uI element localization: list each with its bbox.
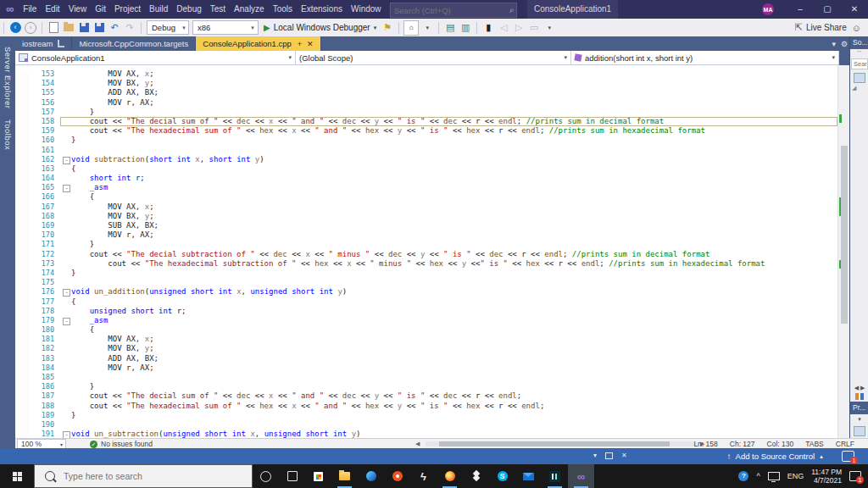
open-folder-icon[interactable] (62, 21, 75, 35)
redo-icon[interactable]: ↷ (123, 21, 136, 35)
outlining-margin[interactable] (60, 354, 71, 363)
panel-window-buttons[interactable]: '' (850, 49, 868, 57)
breakpoint-margin[interactable] (15, 221, 29, 230)
taskbar-edge-icon[interactable] (358, 464, 384, 488)
start-button[interactable] (0, 464, 34, 488)
menu-edit[interactable]: Edit (41, 0, 64, 19)
breakpoint-margin[interactable] (15, 373, 29, 382)
collapse-icon[interactable]: - (63, 289, 70, 297)
navigate-back-icon[interactable]: ‹ (8, 21, 22, 35)
solution-search-box[interactable] (851, 58, 868, 69)
pin-icon[interactable] (58, 40, 64, 47)
breakpoint-margin[interactable] (15, 79, 29, 88)
outlining-margin[interactable] (60, 307, 71, 316)
code-text[interactable]: void un_subtraction(unsigned short int x… (71, 430, 360, 438)
outlining-margin[interactable] (60, 126, 71, 136)
menu-file[interactable]: File (19, 0, 41, 19)
outlining-margin[interactable]: - (60, 183, 71, 192)
solution-explorer-icon[interactable]: ⌂ (403, 20, 419, 36)
attach-icon[interactable]: ⚑ (381, 21, 394, 35)
panel-tab-icons[interactable] (850, 393, 868, 400)
tab-iostream[interactable]: iostream (15, 36, 72, 51)
breakpoint-margin[interactable] (15, 108, 29, 117)
outlining-margin[interactable] (60, 69, 71, 79)
breakpoint-margin[interactable] (15, 69, 29, 79)
code-text[interactable]: unsigned short int r; (71, 307, 186, 316)
outlining-margin[interactable] (60, 146, 71, 155)
code-text[interactable]: } (71, 240, 94, 249)
feedback-icon[interactable]: ☺ (852, 23, 861, 33)
floating-panel-controls[interactable]: ▾ ✕ (593, 452, 627, 459)
toolbar-options-icon[interactable]: ▾ (542, 21, 556, 35)
project-dropdown[interactable]: ConsoleApplication1 ▾ (15, 51, 296, 64)
menu-extensions[interactable]: Extensions (297, 0, 347, 19)
outlining-margin[interactable] (60, 212, 71, 221)
breakpoint-margin[interactable] (15, 316, 29, 325)
breakpoint-margin[interactable] (15, 391, 29, 401)
code-text[interactable]: SUB AX, BX; (71, 221, 159, 230)
menu-view[interactable]: View (64, 0, 92, 19)
editor-vertical-scrollbar[interactable] (837, 65, 850, 438)
outlining-margin[interactable] (60, 402, 71, 411)
save-all-icon[interactable] (92, 21, 106, 35)
collapse-icon[interactable]: - (63, 431, 70, 438)
menu-window[interactable]: Window (347, 0, 386, 19)
breakpoint-margin[interactable] (15, 126, 29, 136)
code-text[interactable]: MOV BX, y; (71, 212, 154, 221)
code-text[interactable]: } (71, 136, 75, 145)
code-text[interactable]: _asm (71, 316, 108, 325)
outlining-margin[interactable] (60, 344, 71, 353)
show-hidden-icons-chevron[interactable]: ^ (756, 472, 760, 480)
code-text[interactable]: ADD AX, BX; (71, 88, 159, 97)
breakpoint-margin[interactable] (15, 212, 29, 221)
breakpoint-margin[interactable] (15, 98, 29, 108)
get-help-icon[interactable]: ? (738, 471, 748, 481)
breakpoint-margin[interactable] (15, 183, 29, 192)
tabs-indicator[interactable]: TABS (805, 440, 824, 448)
code-text[interactable]: MOV BX, y; (71, 344, 154, 353)
navigate-forward-icon[interactable]: › (24, 21, 37, 35)
code-text[interactable]: } (71, 269, 75, 278)
solution-configuration-dropdown[interactable]: Debug▾ (147, 20, 189, 35)
language-indicator[interactable]: ENG (787, 472, 804, 480)
outlining-margin[interactable] (60, 192, 71, 202)
save-icon[interactable] (77, 21, 91, 35)
toolbar-overflow-icon[interactable]: ▾ (420, 21, 434, 35)
taskbar-dropbox-icon[interactable] (463, 464, 489, 488)
action-center-icon[interactable]: 1 (849, 471, 861, 481)
live-share-button[interactable]: ⇱ Live Share (795, 22, 847, 33)
collapse-icon[interactable]: - (63, 185, 70, 192)
outlining-margin[interactable] (60, 221, 71, 230)
breakpoint-margin[interactable] (15, 335, 29, 344)
outlining-margin[interactable] (60, 174, 71, 183)
breakpoint-margin[interactable] (15, 164, 29, 174)
outlining-margin[interactable] (60, 98, 71, 108)
clear-bookmarks-icon[interactable]: ▭ (527, 21, 541, 35)
outlining-margin[interactable] (60, 373, 71, 382)
taskbar-skype-icon[interactable]: S (489, 464, 515, 488)
breakpoint-margin[interactable] (15, 307, 29, 316)
taskbar-file-explorer-icon[interactable] (331, 464, 358, 488)
outlining-margin[interactable]: - (60, 155, 71, 164)
breakpoint-margin[interactable] (15, 363, 29, 373)
sidebar-item-toolbox[interactable]: Toolbox (3, 119, 13, 150)
code-text[interactable]: _asm (71, 183, 108, 192)
menu-debug[interactable]: Debug (172, 0, 205, 19)
outlining-margin[interactable] (60, 202, 71, 212)
code-text[interactable]: cout << "The hexadecimal sum of " << hex… (71, 126, 705, 136)
outlining-margin[interactable] (60, 297, 71, 307)
taskbar-store-icon[interactable] (305, 464, 331, 488)
breakpoint-margin[interactable] (15, 146, 29, 155)
menu-build[interactable]: Build (145, 0, 172, 19)
breakpoint-margin[interactable] (15, 278, 29, 287)
close-button[interactable]: ✕ (841, 0, 868, 19)
outlining-margin[interactable] (60, 363, 71, 373)
code-text[interactable]: void un_addition(unsigned short int x, u… (71, 287, 347, 297)
code-text[interactable]: MOV r, AX; (71, 363, 154, 373)
gear-icon[interactable]: ⚙ (841, 40, 848, 48)
breakpoint-margin[interactable] (15, 155, 29, 164)
taskbar-terminal-icon[interactable] (542, 464, 568, 488)
properties-grid-icon[interactable] (854, 426, 865, 436)
menu-git[interactable]: Git (91, 0, 110, 19)
character-indicator[interactable]: Ch: 127 (730, 440, 755, 448)
